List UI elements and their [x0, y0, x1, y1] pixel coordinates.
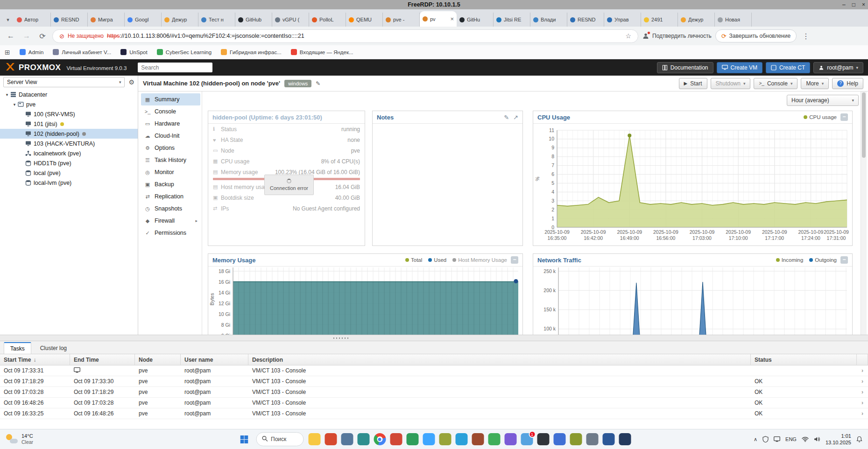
taskbar-app-word[interactable]: [602, 433, 614, 445]
row-chevron-icon[interactable]: ›: [857, 408, 868, 419]
bookmark-item[interactable]: Личный кабинет V...: [53, 49, 111, 55]
period-select[interactable]: Hour (average) ▾: [787, 95, 859, 106]
browser-menu-icon[interactable]: ⋮: [800, 32, 812, 41]
taskbar-app-app-olive[interactable]: [570, 433, 582, 445]
help-button[interactable]: ? Help: [832, 78, 863, 89]
browser-tab[interactable]: GitHub: [235, 13, 272, 27]
insecure-icon[interactable]: ⊘: [59, 33, 64, 40]
browser-tab[interactable]: Googl: [125, 13, 162, 27]
legend-item-outgoing[interactable]: Outgoing: [809, 257, 837, 263]
taskbar-app-app-blue[interactable]: [553, 433, 565, 445]
row-chevron-icon[interactable]: ›: [857, 376, 868, 386]
menu-item-cloud-init[interactable]: ☁Cloud-Init: [141, 130, 200, 142]
browser-tab[interactable]: RESND: [567, 13, 604, 27]
task-row[interactable]: Oct 09 16:33:25Oct 09 16:48:26pveroot@pa…: [0, 408, 868, 419]
column-header-start-time[interactable]: Start Time↓: [0, 354, 70, 365]
wifi-icon[interactable]: [802, 436, 809, 442]
apps-grid-icon[interactable]: ⊞: [5, 49, 10, 56]
legend-item-used[interactable]: Used: [428, 257, 446, 263]
shutdown-button[interactable]: Shutdown ▾: [711, 78, 751, 89]
task-row[interactable]: Oct 09 17:33:31pveroot@pamVM/CT 103 - Co…: [0, 365, 868, 376]
tree-item-101-jitsi[interactable]: 101 (jitsi): [0, 119, 138, 129]
menu-item-hardware[interactable]: ▭Hardware: [141, 118, 200, 130]
taskbar-app-chrome[interactable]: [374, 433, 386, 445]
weather-widget[interactable]: 14°C Clear: [6, 433, 33, 445]
row-chevron-icon[interactable]: ›: [857, 398, 868, 408]
collapse-icon[interactable]: −: [840, 113, 848, 121]
taskbar-app-telegram[interactable]: [455, 433, 467, 445]
language-indicator[interactable]: ENG: [785, 436, 797, 442]
bookmark-item[interactable]: Admin: [20, 49, 44, 55]
collapse-icon[interactable]: −: [511, 256, 518, 264]
bookmark-item[interactable]: CyberSec Learning: [157, 49, 212, 55]
menu-item-console[interactable]: >_Console: [141, 105, 200, 118]
notes-body[interactable]: [373, 124, 522, 246]
address-bar[interactable]: ⊘ Не защищено https://10.10.1.113:8006/#…: [52, 29, 638, 43]
legend-item-cpu-usage[interactable]: CPU usage: [804, 114, 837, 120]
taskbar-app-mail[interactable]: [390, 433, 402, 445]
freerdp-titlebar[interactable]: FreeRDP: 10.10.1.5 – □ ×: [0, 0, 868, 9]
edit-tags-icon[interactable]: ✎: [316, 80, 320, 87]
tree-item-local-pve[interactable]: local (pve): [0, 168, 138, 178]
column-header-description[interactable]: Description: [248, 354, 751, 365]
taskbar-search[interactable]: Поиск: [256, 432, 303, 446]
popout-icon[interactable]: ↗: [513, 114, 518, 121]
menu-item-summary[interactable]: ▦Summary: [141, 93, 200, 105]
tab-close-icon[interactable]: ×: [450, 15, 454, 22]
collapse-icon[interactable]: −: [840, 256, 848, 264]
back-icon[interactable]: ←: [5, 30, 17, 42]
row-chevron-icon[interactable]: ›: [857, 365, 868, 376]
taskbar-app-proxmox[interactable]: [439, 433, 451, 445]
taskbar-app-file-explorer[interactable]: [308, 433, 320, 445]
browser-tab[interactable]: vGPU (: [272, 13, 309, 27]
task-row[interactable]: Oct 09 17:18:29Oct 09 17:33:30pveroot@pa…: [0, 376, 868, 387]
browser-tab[interactable]: Jitsi RE: [494, 13, 530, 27]
menu-item-permissions[interactable]: ✓Permissions: [141, 227, 200, 239]
user-menu-button[interactable]: root@pam ▾: [813, 62, 863, 73]
browser-tab[interactable]: Влади: [530, 13, 567, 27]
taskbar-app-app-gray[interactable]: [586, 433, 598, 445]
menu-item-firewall[interactable]: ◆Firewall▸: [141, 215, 200, 227]
search-input[interactable]: [138, 63, 212, 72]
minimize-icon[interactable]: –: [842, 1, 846, 8]
column-header-node[interactable]: Node: [135, 354, 181, 365]
view-selector[interactable]: Server View ▾: [3, 77, 125, 87]
edit-notes-icon[interactable]: ✎: [504, 114, 509, 121]
row-chevron-icon[interactable]: ›: [857, 387, 868, 397]
column-header-end-time[interactable]: End Time: [70, 354, 135, 365]
taskbar-clock[interactable]: 1:01 13.10.2025: [826, 433, 851, 446]
taskbar-app-app-maroon[interactable]: [472, 433, 484, 445]
browser-tab[interactable]: Дежур: [162, 13, 198, 27]
taskbar-app-app-steel[interactable]: [341, 433, 353, 445]
browser-tab-active[interactable]: pv×: [420, 11, 457, 27]
more-button[interactable]: More ▾: [801, 78, 829, 89]
taskbar-app-app-purple[interactable]: [504, 433, 516, 445]
bookmark-star-icon[interactable]: ☆: [625, 32, 631, 40]
taskbar-app-app-teal[interactable]: [357, 433, 369, 445]
browser-tab[interactable]: Дежур: [678, 13, 715, 27]
browser-tab[interactable]: Тест н: [198, 13, 235, 27]
browser-tab[interactable]: Управ: [604, 13, 641, 27]
forward-icon[interactable]: →: [21, 30, 33, 42]
maximize-icon[interactable]: □: [852, 1, 855, 8]
tray-monitor-icon[interactable]: [774, 436, 780, 442]
task-row[interactable]: Oct 09 17:03:28Oct 09 17:18:29pveroot@pa…: [0, 387, 868, 398]
tree-item-local-lvm-pve[interactable]: local-lvm (pve): [0, 178, 138, 188]
bookmark-item[interactable]: Гибридная инфрас...: [221, 49, 282, 55]
tasks-tab-cluster-log[interactable]: Cluster log: [34, 342, 73, 354]
splitter-handle-icon[interactable]: [332, 337, 348, 339]
taskbar-app-app-red[interactable]: [325, 433, 337, 445]
close-icon[interactable]: ×: [862, 1, 865, 8]
menu-item-monitor[interactable]: ◎Monitor: [141, 166, 200, 178]
gear-icon[interactable]: ⚙: [128, 78, 134, 86]
browser-tab[interactable]: PolloL: [309, 13, 346, 27]
tray-shield-icon[interactable]: [762, 436, 769, 442]
browser-tab[interactable]: pve -: [383, 13, 420, 27]
tree-item-hdd1tb-pve[interactable]: HDD1Tb (pve): [0, 158, 138, 168]
browser-tab[interactable]: GitHu: [457, 13, 494, 27]
content-scrollbar[interactable]: [861, 91, 867, 335]
browser-tab[interactable]: 2491: [641, 13, 678, 27]
menu-item-task-history[interactable]: ☰Task History: [141, 154, 200, 166]
taskbar-app-terminal[interactable]: [537, 433, 549, 445]
task-row[interactable]: Oct 09 16:48:26Oct 09 17:03:28pveroot@pa…: [0, 398, 868, 408]
